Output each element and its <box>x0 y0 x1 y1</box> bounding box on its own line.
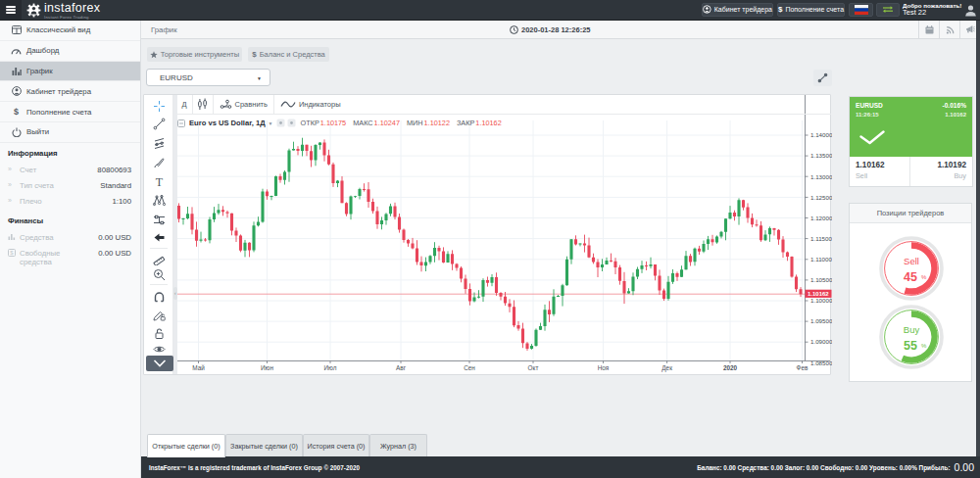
svg-text:Окт: Окт <box>528 364 539 371</box>
svg-text:1.11500: 1.11500 <box>810 235 832 242</box>
svg-text:Авг: Авг <box>396 364 407 371</box>
svg-text:Июн: Июн <box>261 364 273 371</box>
svg-text:1.10000: 1.10000 <box>810 297 832 304</box>
svg-text:1.10162: 1.10162 <box>808 291 829 297</box>
svg-text:Июл: Июл <box>324 364 337 371</box>
svg-text:1.10500: 1.10500 <box>810 276 832 283</box>
svg-text:1.11000: 1.11000 <box>810 256 832 263</box>
svg-text:2020: 2020 <box>723 364 738 371</box>
svg-text:1.14000: 1.14000 <box>810 131 832 138</box>
svg-text:Ноя: Ноя <box>598 364 610 371</box>
svg-text:Sell: Sell <box>904 256 919 266</box>
svg-text:45: 45 <box>904 270 917 284</box>
svg-text:1.12000: 1.12000 <box>810 215 832 221</box>
svg-text:%: % <box>921 274 927 280</box>
svg-text:Сен: Сен <box>464 364 475 371</box>
svg-text:1.09000: 1.09000 <box>810 338 832 345</box>
svg-text:1.08500: 1.08500 <box>810 359 832 366</box>
svg-text:T: T <box>155 175 163 188</box>
svg-text:55: 55 <box>904 339 917 353</box>
svg-text:Май: Май <box>192 364 205 371</box>
svg-text:Фев: Фев <box>797 364 808 371</box>
svg-text:1.13500: 1.13500 <box>810 152 832 159</box>
svg-text:1.13000: 1.13000 <box>810 173 832 180</box>
svg-text:1.09500: 1.09500 <box>810 317 832 324</box>
svg-text:Дек: Дек <box>662 364 672 372</box>
svg-text:1.12500: 1.12500 <box>810 194 832 201</box>
svg-text:%: % <box>921 343 927 349</box>
svg-text:$: $ <box>10 250 14 256</box>
svg-text:Buy: Buy <box>904 324 920 335</box>
